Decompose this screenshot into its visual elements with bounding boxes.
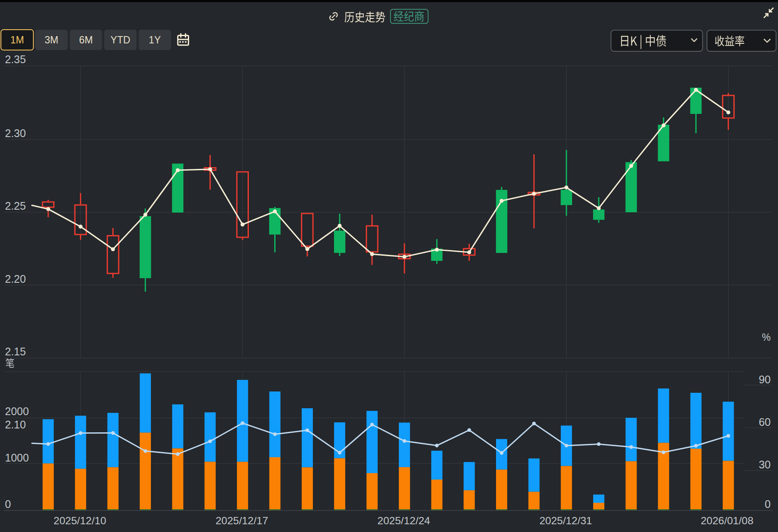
svg-text:YTD: YTD (110, 34, 130, 46)
svg-text:2025/12/24: 2025/12/24 (377, 515, 430, 526)
svg-text:90: 90 (759, 373, 771, 385)
svg-text:2.20: 2.20 (5, 273, 26, 285)
svg-text:2025/12/10: 2025/12/10 (54, 515, 107, 526)
svg-text:0: 0 (5, 498, 11, 510)
svg-text:2025/12/17: 2025/12/17 (215, 515, 268, 526)
svg-text:2.15: 2.15 (5, 345, 26, 358)
svg-text:2.10: 2.10 (5, 419, 26, 431)
svg-text:2.30: 2.30 (5, 127, 26, 139)
svg-text:3M: 3M (45, 34, 58, 46)
svg-text:2.35: 2.35 (5, 53, 26, 65)
svg-text:60: 60 (759, 416, 771, 428)
svg-text:2025/12/31: 2025/12/31 (539, 515, 592, 526)
svg-text:1Y: 1Y (149, 34, 161, 46)
svg-text:2000: 2000 (5, 405, 29, 417)
svg-text:6M: 6M (79, 34, 93, 46)
svg-text:%: % (762, 332, 771, 343)
svg-text:2026/01/08: 2026/01/08 (701, 515, 753, 526)
svg-text:1M: 1M (10, 34, 24, 46)
svg-text:30: 30 (759, 459, 771, 471)
svg-text:1000: 1000 (5, 452, 29, 464)
svg-text:2.25: 2.25 (5, 200, 26, 212)
svg-text:0: 0 (765, 498, 771, 510)
